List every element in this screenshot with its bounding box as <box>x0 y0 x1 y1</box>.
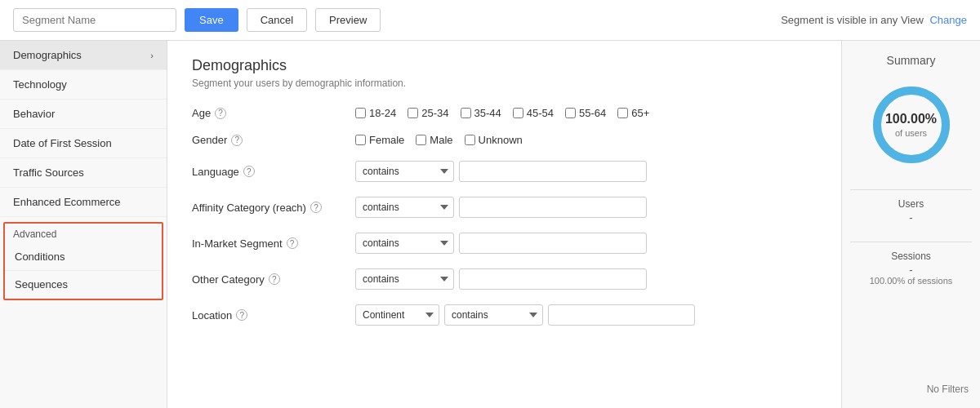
users-label: Users <box>898 198 924 210</box>
age-18-24[interactable]: 18-24 <box>355 107 396 119</box>
age-45-54[interactable]: 45-54 <box>513 107 554 119</box>
language-text-input[interactable] <box>459 161 647 182</box>
othercategory-help-icon[interactable]: ? <box>269 273 280 285</box>
summary-title: Summary <box>887 54 936 67</box>
sidebar-item-enhanced-ecommerce[interactable]: Enhanced Ecommerce <box>0 188 167 217</box>
age-field-row: Age ? 18-24 25-34 35-44 45-54 55-64 65+ <box>192 107 817 119</box>
gender-female[interactable]: Female <box>355 134 404 146</box>
gender-male[interactable]: Male <box>416 134 452 146</box>
gender-label: Gender ? <box>192 134 355 146</box>
language-field-row: Language ? containsdoes not containexact… <box>192 161 817 182</box>
othercategory-condition-select[interactable]: containsdoes not containexactly matches <box>355 268 454 290</box>
gender-help-icon[interactable]: ? <box>231 135 243 146</box>
donut-of-users-label: of users <box>895 128 927 138</box>
inmarket-condition-select[interactable]: containsdoes not containexactly matches <box>355 233 454 254</box>
location-condition-select[interactable]: containsdoes not containexactly matches <box>444 304 543 326</box>
change-link[interactable]: Change <box>929 14 967 26</box>
sidebar-item-date-of-first-session[interactable]: Date of First Session <box>0 129 167 158</box>
affinity-text-input[interactable] <box>459 197 647 218</box>
chevron-right-icon: › <box>150 51 154 60</box>
inmarket-field-row: In-Market Segment ? containsdoes not con… <box>192 233 817 254</box>
affinity-field-row: Affinity Category (reach) ? containsdoes… <box>192 197 817 218</box>
affinity-condition-select[interactable]: containsdoes not containexactly matches <box>355 197 454 218</box>
sidebar: Demographics › Technology Behavior Date … <box>0 41 167 408</box>
sessions-label: Sessions <box>870 251 953 262</box>
sidebar-item-behavior[interactable]: Behavior <box>0 100 167 129</box>
sidebar-item-label: Date of First Session <box>13 137 112 149</box>
sidebar-item-traffic-sources[interactable]: Traffic Sources <box>0 158 167 188</box>
main-layout: Demographics › Technology Behavior Date … <box>0 41 980 408</box>
preview-button[interactable]: Preview <box>315 8 381 32</box>
sidebar-item-label: Demographics <box>13 49 82 61</box>
affinity-input-group: containsdoes not containexactly matches <box>355 197 647 218</box>
age-65plus[interactable]: 65+ <box>617 107 649 119</box>
donut-center: 100.00% of users <box>885 112 937 139</box>
age-25-34[interactable]: 25-34 <box>408 107 448 119</box>
age-label: Age ? <box>192 107 355 119</box>
location-field-row: Location ? ContinentSubcontinentCountryR… <box>192 304 817 326</box>
sessions-value: - <box>870 264 953 276</box>
sidebar-item-label: Enhanced Ecommerce <box>13 196 121 208</box>
visibility-text: Segment is visible in any View Change <box>781 14 967 26</box>
sessions-percent: 100.00% of sessions <box>870 276 953 286</box>
content-area: Demographics Segment your users by demog… <box>167 41 841 408</box>
language-label: Language ? <box>192 166 355 178</box>
inmarket-input-group: containsdoes not containexactly matches <box>355 233 647 254</box>
advanced-label: Advanced <box>5 224 162 243</box>
gender-field-row: Gender ? Female Male Unknown <box>192 134 817 146</box>
location-input-group: ContinentSubcontinentCountryRegionMetroC… <box>355 304 695 326</box>
summary-users-stat: Users - <box>898 198 924 224</box>
othercategory-input-group: containsdoes not containexactly matches <box>355 268 647 290</box>
age-checkboxes: 18-24 25-34 35-44 45-54 55-64 65+ <box>355 107 649 119</box>
othercategory-field-row: Other Category ? containsdoes not contai… <box>192 268 817 290</box>
advanced-section: Advanced Conditions Sequences <box>3 222 163 300</box>
users-value: - <box>898 211 924 224</box>
sidebar-item-technology[interactable]: Technology <box>0 70 167 100</box>
donut-percent: 100.00% <box>885 112 937 126</box>
age-35-44[interactable]: 35-44 <box>461 107 501 119</box>
summary-divider-1 <box>850 189 972 190</box>
age-help-icon[interactable]: ? <box>215 108 226 119</box>
sidebar-item-label: Traffic Sources <box>13 166 84 179</box>
sidebar-item-label: Conditions <box>15 251 65 263</box>
sidebar-item-label: Sequences <box>15 278 68 290</box>
page-title: Demographics <box>192 57 817 74</box>
save-button[interactable]: Save <box>185 8 238 32</box>
cancel-button[interactable]: Cancel <box>247 8 307 32</box>
no-filters-label: No Filters <box>850 384 972 395</box>
inmarket-label: In-Market Segment ? <box>192 237 355 250</box>
sidebar-item-label: Technology <box>13 78 67 91</box>
othercategory-label: Other Category ? <box>192 273 355 286</box>
language-help-icon[interactable]: ? <box>243 166 255 177</box>
sidebar-item-demographics[interactable]: Demographics › <box>0 41 167 70</box>
othercategory-text-input[interactable] <box>459 268 647 290</box>
inmarket-help-icon[interactable]: ? <box>287 237 298 249</box>
donut-chart: 100.00% of users <box>866 80 956 170</box>
sidebar-item-sequences[interactable]: Sequences <box>5 271 162 299</box>
summary-sessions-stat: Sessions - 100.00% of sessions <box>870 251 953 286</box>
language-condition-select[interactable]: containsdoes not containexactly matches <box>355 161 454 182</box>
location-help-icon[interactable]: ? <box>236 309 247 321</box>
affinity-label: Affinity Category (reach) ? <box>192 202 355 214</box>
segment-name-input[interactable] <box>13 8 176 32</box>
language-input-group: containsdoes not containexactly matches <box>355 161 647 182</box>
sidebar-item-label: Behavior <box>13 108 55 120</box>
summary-panel: Summary 100.00% of users Users - Session… <box>841 41 980 408</box>
location-label: Location ? <box>192 309 355 322</box>
sidebar-item-conditions[interactable]: Conditions <box>5 243 162 271</box>
page-subtitle: Segment your users by demographic inform… <box>192 78 817 89</box>
location-text-input[interactable] <box>548 304 695 326</box>
age-55-64[interactable]: 55-64 <box>565 107 606 119</box>
top-bar: Save Cancel Preview Segment is visible i… <box>0 0 980 41</box>
gender-unknown[interactable]: Unknown <box>465 134 523 146</box>
summary-divider-2 <box>850 242 972 242</box>
location-type-select[interactable]: ContinentSubcontinentCountryRegionMetroC… <box>355 304 439 326</box>
inmarket-text-input[interactable] <box>459 233 647 254</box>
affinity-help-icon[interactable]: ? <box>310 202 322 213</box>
gender-checkboxes: Female Male Unknown <box>355 134 523 146</box>
